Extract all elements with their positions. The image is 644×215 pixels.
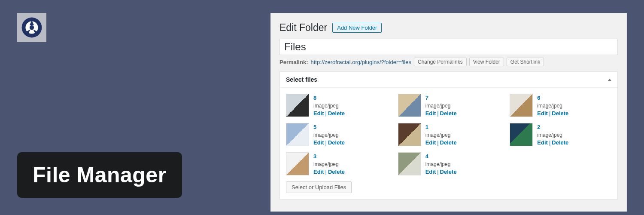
file-meta: 4image/jpegEdit|Delete — [425, 152, 457, 175]
view-folder-button[interactable]: View Folder — [469, 58, 504, 66]
file-actions: Edit|Delete — [537, 110, 568, 117]
file-name-link[interactable]: 3 — [313, 153, 316, 160]
page-title-pill: File Manager — [17, 152, 182, 198]
logo-icon — [21, 16, 43, 39]
select-or-upload-button[interactable]: Select or Upload Files — [286, 181, 352, 193]
delete-link[interactable]: Delete — [328, 110, 345, 117]
file-mime: image/jpeg — [537, 103, 562, 109]
permalink-label: Permalink: — [279, 59, 308, 65]
folder-title-input-wrap — [279, 39, 618, 55]
file-meta: 5image/jpegEdit|Delete — [313, 123, 345, 146]
file-thumbnail[interactable] — [286, 123, 309, 146]
file-name-link[interactable]: 2 — [537, 124, 540, 130]
file-item: 1image/jpegEdit|Delete — [398, 123, 500, 146]
separator: | — [324, 110, 328, 117]
edit-link[interactable]: Edit — [313, 110, 324, 117]
edit-link[interactable]: Edit — [425, 169, 436, 175]
file-thumbnail[interactable] — [398, 94, 421, 117]
add-new-folder-button[interactable]: Add New Folder — [332, 23, 382, 33]
file-item: 2image/jpegEdit|Delete — [510, 123, 611, 146]
file-thumbnail[interactable] — [510, 94, 533, 117]
file-name-link[interactable]: 4 — [425, 153, 428, 160]
metabox-header: Select files — [280, 72, 617, 88]
file-thumbnail[interactable] — [398, 123, 421, 146]
file-item: 7image/jpegEdit|Delete — [398, 94, 500, 117]
collapse-icon[interactable] — [608, 79, 611, 81]
select-upload-row: Select or Upload Files — [280, 181, 617, 199]
separator: | — [436, 139, 440, 146]
separator: | — [548, 139, 552, 146]
delete-link[interactable]: Delete — [552, 110, 568, 117]
file-thumbnail[interactable] — [286, 152, 309, 175]
delete-link[interactable]: Delete — [440, 169, 457, 175]
file-meta: 8image/jpegEdit|Delete — [313, 94, 345, 117]
permalink-row: Permalink: http://zerofractal.org/plugin… — [279, 58, 618, 66]
file-name-link[interactable]: 7 — [425, 95, 428, 101]
file-thumbnail[interactable] — [286, 94, 309, 117]
separator: | — [548, 110, 552, 117]
file-item: 5image/jpegEdit|Delete — [286, 123, 388, 146]
file-actions: Edit|Delete — [537, 139, 568, 146]
permalink-url: http://zerofractal.org/plugins/?folder=f… — [310, 59, 411, 65]
file-name-link[interactable]: 5 — [313, 124, 316, 130]
file-mime: image/jpeg — [313, 161, 339, 167]
file-meta: 6image/jpegEdit|Delete — [537, 94, 568, 117]
editor-heading: Edit Folder — [279, 22, 327, 34]
file-mime: image/jpeg — [425, 132, 451, 138]
file-actions: Edit|Delete — [425, 139, 457, 146]
file-thumbnail[interactable] — [510, 123, 533, 146]
file-mime: image/jpeg — [425, 103, 451, 109]
edit-link[interactable]: Edit — [313, 169, 324, 175]
delete-link[interactable]: Delete — [440, 110, 457, 117]
get-shortlink-button[interactable]: Get Shortlink — [507, 58, 544, 66]
delete-link[interactable]: Delete — [328, 169, 345, 175]
separator: | — [436, 110, 440, 117]
file-name-link[interactable]: 1 — [425, 124, 428, 130]
delete-link[interactable]: Delete — [440, 139, 457, 146]
file-actions: Edit|Delete — [313, 110, 345, 117]
metabox-title: Select files — [286, 76, 317, 83]
file-actions: Edit|Delete — [425, 110, 457, 117]
file-mime: image/jpeg — [313, 132, 339, 138]
svg-point-2 — [30, 25, 34, 30]
edit-link[interactable]: Edit — [313, 139, 324, 146]
separator: | — [436, 169, 440, 175]
file-actions: Edit|Delete — [313, 139, 345, 146]
file-mime: image/jpeg — [313, 103, 339, 109]
separator: | — [324, 139, 328, 146]
file-item: 3image/jpegEdit|Delete — [286, 152, 388, 175]
file-meta: 7image/jpegEdit|Delete — [425, 94, 457, 117]
file-meta: 2image/jpegEdit|Delete — [537, 123, 568, 146]
file-item: 4image/jpegEdit|Delete — [398, 152, 500, 175]
edit-link[interactable]: Edit — [425, 110, 436, 117]
file-name-link[interactable]: 6 — [537, 95, 540, 101]
select-files-metabox: Select files 8image/jpegEdit|Delete7imag… — [279, 71, 618, 200]
file-grid: 8image/jpegEdit|Delete7image/jpegEdit|De… — [280, 88, 617, 181]
edit-link[interactable]: Edit — [537, 139, 548, 146]
logo-badge — [17, 13, 46, 42]
file-mime: image/jpeg — [425, 161, 451, 167]
file-meta: 3image/jpegEdit|Delete — [313, 152, 345, 175]
edit-link[interactable]: Edit — [425, 139, 436, 146]
change-permalinks-button[interactable]: Change Permalinks — [414, 58, 467, 66]
page-title: File Manager — [33, 163, 167, 187]
file-item: 6image/jpegEdit|Delete — [510, 94, 611, 117]
file-meta: 1image/jpegEdit|Delete — [425, 123, 457, 146]
delete-link[interactable]: Delete — [328, 139, 345, 146]
file-mime: image/jpeg — [537, 132, 562, 138]
edit-link[interactable]: Edit — [537, 110, 548, 117]
file-name-link[interactable]: 8 — [313, 95, 316, 101]
wordpress-editor-panel: Edit Folder Add New Folder Permalink: ht… — [270, 13, 627, 212]
folder-title-input[interactable] — [284, 41, 613, 53]
delete-link[interactable]: Delete — [552, 139, 568, 146]
file-actions: Edit|Delete — [425, 169, 457, 175]
file-item: 8image/jpegEdit|Delete — [286, 94, 388, 117]
editor-header: Edit Folder Add New Folder — [279, 22, 618, 34]
file-actions: Edit|Delete — [313, 169, 345, 175]
separator: | — [324, 169, 328, 175]
file-thumbnail[interactable] — [398, 152, 421, 175]
